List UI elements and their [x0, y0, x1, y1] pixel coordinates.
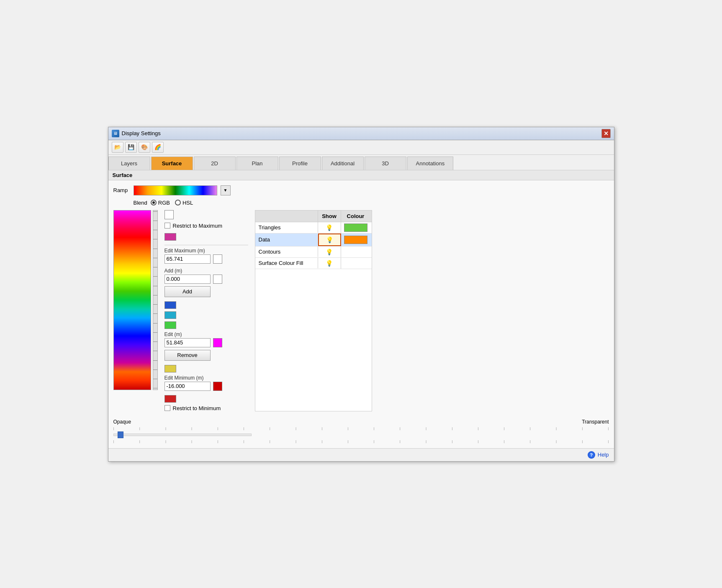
restrict-min-checkbox[interactable]: [164, 405, 170, 411]
max-color-swatch[interactable]: [164, 233, 176, 241]
radio-rgb[interactable]: RGB: [151, 200, 170, 206]
close-button[interactable]: ✕: [601, 129, 611, 138]
row-scf-show[interactable]: 💡: [318, 258, 341, 269]
col-show: Show: [318, 211, 341, 222]
opacity-thumb[interactable]: [118, 431, 123, 438]
edit-maximum-row: [164, 254, 248, 264]
opacity-slider-container: | | | | | | | | | | | | | | | | |: [113, 426, 609, 443]
edit-cyan-swatch[interactable]: [164, 311, 176, 319]
opacity-labels: Opaque Transparent: [113, 419, 609, 425]
swatch-data[interactable]: [344, 236, 367, 244]
ramp-dropdown[interactable]: ▼: [221, 185, 231, 195]
restrict-min-label: Restrict to Minimum: [173, 405, 221, 411]
row-triangles-colour[interactable]: [341, 222, 370, 233]
row-contours-colour[interactable]: [341, 251, 370, 253]
edit-color-box[interactable]: [213, 338, 222, 347]
tab-3d[interactable]: 3D: [365, 157, 406, 170]
low-yellow-swatch[interactable]: [164, 365, 176, 372]
color-icon: 🌈: [154, 144, 161, 150]
remove-button[interactable]: Remove: [164, 350, 211, 361]
table-row-surface-colour-fill[interactable]: Surface Colour Fill 💡: [255, 258, 372, 269]
open-button[interactable]: 📂: [112, 142, 123, 153]
radio-hsl-circle[interactable]: [175, 200, 181, 205]
blend-label: Blend: [134, 200, 147, 206]
radio-group: RGB HSL: [151, 200, 193, 206]
tab-additional[interactable]: Additional: [322, 157, 364, 170]
title-bar-left: 🖥 Display Settings: [112, 130, 161, 137]
swatch-triangles[interactable]: [344, 223, 367, 232]
col-colour: Colour: [341, 211, 370, 222]
scale-tick: [153, 221, 157, 221]
save-icon: 💾: [128, 144, 134, 150]
scale-tick: [153, 370, 157, 370]
edit-minimum-color-box[interactable]: [213, 382, 222, 391]
min-red-swatch[interactable]: [164, 395, 176, 403]
scale-tick: [153, 230, 157, 230]
scale-tick: [153, 342, 157, 342]
ramp-gradient[interactable]: [134, 185, 217, 195]
restrict-min-row: Restrict to Minimum: [164, 405, 248, 411]
tab-surface[interactable]: Surface: [151, 157, 193, 170]
bulb-triangles[interactable]: 💡: [325, 223, 334, 232]
color-gradient[interactable]: [113, 210, 151, 390]
edit-group: Edit (m) Remove: [164, 331, 248, 361]
scale-tick: [153, 286, 157, 286]
tab-2d[interactable]: 2D: [194, 157, 236, 170]
edit-green-swatch[interactable]: [164, 321, 176, 329]
add-row: [164, 275, 248, 284]
scale-tick: [153, 388, 157, 388]
tab-plan[interactable]: Plan: [236, 157, 278, 170]
radio-hsl[interactable]: HSL: [175, 200, 193, 206]
save-button[interactable]: 💾: [125, 142, 137, 153]
max-white-swatch[interactable]: [164, 210, 174, 219]
edit-input[interactable]: [164, 338, 211, 347]
radio-rgb-circle[interactable]: [151, 200, 157, 205]
edit-minimum-row: [164, 382, 248, 391]
row-data-show[interactable]: 💡: [318, 234, 341, 246]
table-row-triangles[interactable]: Triangles 💡: [255, 222, 372, 234]
tab-annotations[interactable]: Annotations: [407, 157, 454, 170]
scale-tick: [153, 323, 157, 324]
row-data-colour[interactable]: [341, 234, 370, 245]
restrict-max-checkbox[interactable]: [164, 223, 170, 229]
opacity-section: Opaque Transparent | | | | | | | | | | |: [113, 419, 609, 443]
scale-tick: [153, 304, 157, 305]
help-bar: ? Help: [108, 448, 614, 461]
scale-tick: [153, 360, 157, 361]
radio-hsl-label: HSL: [182, 200, 193, 206]
col-name: [255, 211, 318, 222]
scale-tick: [153, 313, 157, 314]
add-input[interactable]: [164, 275, 211, 284]
scale-bar: [153, 210, 158, 390]
add-color[interactable]: [213, 275, 222, 284]
row-triangles-show[interactable]: 💡: [318, 222, 341, 233]
opaque-label: Opaque: [113, 419, 131, 425]
tab-layers[interactable]: Layers: [108, 157, 150, 170]
display-settings-window: 🖥 Display Settings ✕ 📂 💾 🎨 🌈 Layers Surf…: [108, 127, 614, 462]
main-section: Restrict to Maximum Edit Maximum (m): [113, 210, 609, 411]
bulb-data[interactable]: 💡: [325, 236, 334, 244]
controls-column: Restrict to Maximum Edit Maximum (m): [164, 210, 248, 411]
table-header: Show Colour: [255, 211, 372, 222]
row-contours-show[interactable]: 💡: [318, 246, 341, 257]
edit-maximum-color[interactable]: [213, 254, 222, 264]
tab-profile[interactable]: Profile: [279, 157, 321, 170]
palette-button[interactable]: 🎨: [139, 142, 150, 153]
edit-maximum-input[interactable]: [164, 254, 211, 264]
add-button[interactable]: Add: [164, 286, 211, 297]
add-marker-swatch[interactable]: [164, 301, 176, 309]
edit-minimum-input[interactable]: [164, 382, 211, 391]
color-button[interactable]: 🌈: [152, 142, 164, 153]
help-label[interactable]: Help: [598, 452, 609, 458]
color-picker-area: [113, 210, 158, 411]
scale-tick: [153, 249, 157, 249]
scale-tick: [153, 211, 157, 212]
bulb-contours[interactable]: 💡: [325, 248, 334, 256]
bulb-scf[interactable]: 💡: [325, 259, 334, 267]
edit-minimum-label: Edit Minimum (m): [164, 375, 248, 381]
row-scf-colour[interactable]: [341, 262, 370, 264]
table-row-data[interactable]: Data 💡: [255, 234, 372, 246]
table-row-contours[interactable]: Contours 💡: [255, 246, 372, 258]
toolbar: 📂 💾 🎨 🌈: [108, 140, 614, 155]
restrict-max-row: Restrict to Maximum: [164, 223, 248, 229]
